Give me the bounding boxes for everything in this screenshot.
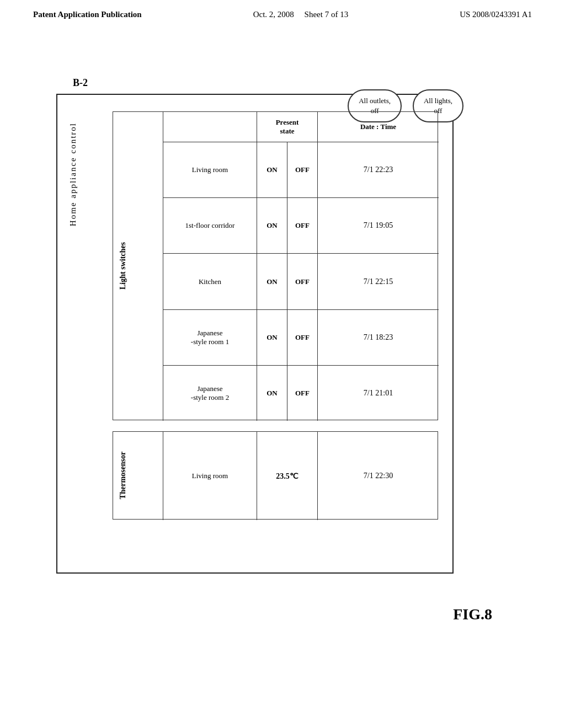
thermo-value: 23.5℃ [257, 432, 317, 520]
state-on-5: ON [257, 366, 287, 421]
state-off-1: OFF [287, 142, 317, 197]
state-off-5: OFF [287, 366, 317, 421]
datetime-row-3: 7/1 22:15 [318, 254, 439, 309]
main-content: B-2 Home appliance control All outlets,o… [33, 77, 532, 684]
state-on-2: ON [257, 198, 287, 253]
device-row-1: Living room [163, 142, 257, 198]
datetime-col-header: Date : Time [318, 112, 439, 142]
thermo-datetime: 7/1 22:30 [317, 432, 439, 520]
inner-table-area: Light switches Living room 1st-floor cor… [113, 111, 438, 520]
state-off-4: OFF [287, 310, 317, 365]
datetime-row-4: 7/1 18:23 [318, 310, 439, 366]
light-switches-box: Light switches Living room 1st-floor cor… [113, 111, 438, 420]
state-on-4: ON [257, 310, 287, 365]
page-header: Patent Application Publication Oct. 2, 2… [0, 0, 565, 19]
datetime-row-5: 7/1 21:01 [318, 366, 439, 421]
figure-label: FIG.8 [453, 606, 492, 623]
device-row-2: 1st-floor corridor [163, 198, 257, 254]
state-row-3: ON OFF [257, 254, 317, 309]
state-row-1: ON OFF [257, 142, 317, 198]
device-column: Living room 1st-floor corridor Kitchen J… [163, 112, 257, 421]
light-switches-inner: Living room 1st-floor corridor Kitchen J… [163, 112, 439, 421]
state-row-2: ON OFF [257, 198, 317, 254]
home-appliance-label: Home appliance control [68, 122, 78, 226]
state-row-5: ON OFF [257, 366, 317, 421]
device-col-header [163, 112, 257, 142]
publication-label: Patent Application Publication [33, 10, 142, 19]
device-row-3: Kitchen [163, 254, 257, 309]
state-on-1: ON [257, 142, 287, 197]
thermosensor-label: Thermosensor [119, 452, 127, 499]
state-column: Present state ON OFF ON OFF [257, 112, 317, 421]
state-off-2: OFF [287, 198, 317, 253]
patent-number-label: US 2008/0243391 A1 [460, 10, 532, 19]
outer-box: Home appliance control All outlets,off A… [56, 94, 454, 574]
b2-label: B-2 [73, 77, 88, 89]
state-row-4: ON OFF [257, 310, 317, 366]
datetime-column: Date : Time 7/1 22:23 7/1 19:05 7/1 22:1… [317, 112, 439, 421]
datetime-row-2: 7/1 19:05 [318, 198, 439, 254]
state-col-header: Present state [257, 112, 317, 142]
state-off-3: OFF [287, 254, 317, 309]
device-row-5: Japanese-style room 2 [163, 366, 257, 421]
diagram-wrapper: B-2 Home appliance control All outlets,o… [56, 77, 509, 656]
thermo-device: Living room [163, 432, 257, 520]
state-on-3: ON [257, 254, 287, 309]
device-row-4: Japanese-style room 1 [163, 310, 257, 366]
date-label: Oct. 2, 2008 Sheet 7 of 13 [253, 10, 349, 19]
thermosensor-box: Thermosensor Living room 23.5℃ 7/1 22:30 [113, 431, 438, 520]
light-switches-label: Light switches [119, 242, 127, 290]
thermosensor-inner: Living room 23.5℃ 7/1 22:30 [163, 432, 439, 520]
datetime-row-1: 7/1 22:23 [318, 142, 439, 198]
